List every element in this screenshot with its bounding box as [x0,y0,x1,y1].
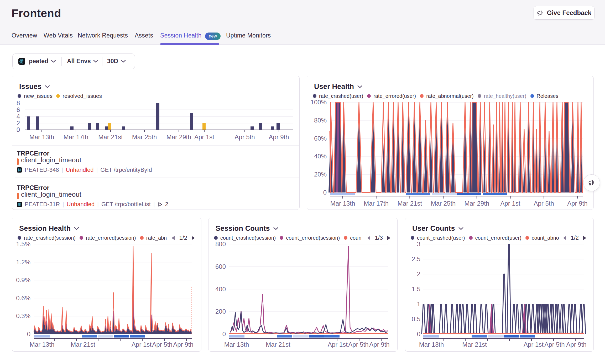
svg-text:0: 0 [417,330,420,338]
svg-text:Mar 21st: Mar 21st [71,341,95,348]
svg-text:2: 2 [417,270,420,277]
svg-text:Mar 29th: Mar 29th [166,133,191,141]
svg-text:Apr 5th: Apr 5th [152,341,172,348]
svg-text:Apr 9th: Apr 9th [269,133,289,141]
svg-text:Mar 21st: Mar 21st [266,341,290,348]
svg-text:Mar 13th: Mar 13th [29,133,54,141]
svg-text:0: 0 [323,189,327,196]
svg-text:Mar 25th: Mar 25th [431,200,456,207]
svg-text:400: 400 [215,286,226,293]
svg-text:Apr 1st: Apr 1st [132,341,152,348]
svg-text:40%: 40% [314,153,327,160]
svg-text:Apr 5th: Apr 5th [534,200,554,207]
svg-text:Mar 21st: Mar 21st [398,200,422,207]
svg-text:Mar 13th: Mar 13th [330,200,355,207]
svg-text:Mar 13th: Mar 13th [419,341,444,348]
svg-text:0.6%: 0.6% [16,295,30,302]
svg-text:Apr 5th: Apr 5th [234,133,255,141]
svg-text:1.5: 1.5 [412,286,420,293]
svg-text:Mar 17th: Mar 17th [64,133,88,141]
svg-text:1: 1 [417,301,420,308]
svg-text:100%: 100% [311,99,327,106]
svg-text:Apr 9th: Apr 9th [567,200,587,207]
svg-text:Apr 1st: Apr 1st [328,341,348,348]
svg-text:8: 8 [17,99,20,106]
svg-text:0: 0 [17,126,20,133]
svg-text:Mar 25th: Mar 25th [132,133,157,141]
svg-text:0: 0 [222,330,226,338]
svg-text:4: 4 [17,113,20,120]
svg-text:0.9%: 0.9% [16,276,30,283]
svg-text:Apr 5th: Apr 5th [544,341,565,348]
svg-text:Mar 21st: Mar 21st [98,133,123,141]
svg-text:Mar 21st: Mar 21st [462,341,487,348]
svg-text:Mar 13th: Mar 13th [224,341,249,348]
svg-text:Mar 17th: Mar 17th [364,200,389,207]
svg-text:3: 3 [417,240,420,248]
svg-text:0: 0 [27,330,30,338]
svg-text:6: 6 [17,106,20,113]
svg-text:Apr 9th: Apr 9th [566,341,586,348]
svg-text:Apr 1st: Apr 1st [524,341,544,348]
svg-text:600: 600 [215,263,226,270]
svg-text:Mar 13th: Mar 13th [30,341,55,348]
svg-text:Apr 1st: Apr 1st [194,133,214,141]
svg-text:60%: 60% [314,135,327,142]
svg-text:Mar 29th: Mar 29th [464,200,489,207]
svg-text:Apr 9th: Apr 9th [173,341,193,348]
svg-text:Apr 9th: Apr 9th [369,341,389,348]
svg-text:200: 200 [215,308,226,315]
svg-text:2: 2 [17,120,20,127]
svg-text:Apr 1st: Apr 1st [500,200,520,207]
svg-text:0.5: 0.5 [412,315,420,323]
svg-text:1.2%: 1.2% [16,259,30,266]
svg-text:0.3%: 0.3% [16,312,30,319]
svg-text:1.5%: 1.5% [16,240,30,248]
svg-text:20%: 20% [314,171,327,178]
svg-text:Apr 5th: Apr 5th [348,341,368,348]
svg-text:80%: 80% [314,117,327,124]
svg-text:800: 800 [215,240,226,248]
svg-text:2.5: 2.5 [412,255,420,263]
